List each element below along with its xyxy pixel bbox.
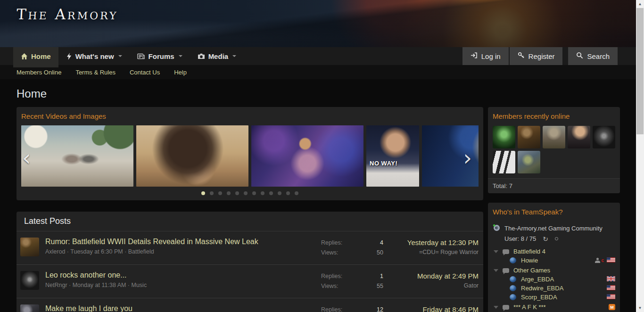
carousel-slide-4[interactable]: NO WAY! (366, 125, 419, 187)
channel-name: *** A F K *** (513, 304, 546, 311)
chevron-down-icon (118, 55, 122, 57)
scrollbar-thumb[interactable] (636, 8, 644, 134)
post-last-user: Gator (383, 281, 479, 290)
tab-media[interactable]: Media (190, 47, 244, 65)
avatar[interactable] (593, 126, 615, 148)
search-button[interactable]: Search (568, 47, 618, 65)
status-circle-icon (555, 237, 558, 240)
channel-commander-letter: c (601, 258, 604, 263)
carousel-slide-3[interactable] (251, 125, 363, 187)
us-flag-icon (607, 285, 615, 292)
collapse-arrow-icon[interactable] (494, 269, 498, 272)
page-root: The Armory Home What's new Forums Media … (0, 0, 636, 312)
key-icon (518, 52, 525, 60)
register-button[interactable]: Register (510, 47, 563, 65)
tab-media-label: Media (208, 52, 229, 60)
collapse-arrow-icon[interactable] (494, 306, 498, 309)
login-icon (471, 52, 478, 60)
subnav-terms-rules[interactable]: Terms & Rules (75, 69, 116, 76)
carousel-next-arrow[interactable]: › (463, 148, 472, 167)
carousel-dot[interactable] (252, 191, 256, 195)
teamspeak-channel-row: *** A F K *** M (488, 303, 620, 312)
moderated-channel-icon: M (609, 304, 615, 310)
channel-bubble-icon (503, 268, 509, 273)
carousel-dot[interactable] (235, 191, 239, 195)
avatar[interactable] (568, 126, 590, 148)
replies-value: 12 (377, 305, 383, 312)
replies-label: Replies: (321, 271, 342, 281)
members-avatar-grid (488, 125, 620, 178)
teamspeak-user-row: Redwire_EBDA (488, 284, 620, 293)
carousel-dot[interactable] (210, 191, 214, 195)
teamspeak-panel: Who's in TeamSpeak? The-Armory.net Gamin… (488, 203, 620, 312)
carousel-dot[interactable] (278, 191, 281, 195)
post-stats: Replies:4 Views:50 (321, 238, 383, 258)
main-column: Recent Videos and Images NO WAY! ‹ › (17, 107, 483, 312)
collapse-arrow-icon[interactable] (494, 250, 498, 253)
channel-bubble-icon (503, 305, 509, 310)
post-title-link[interactable]: Make me laugh I dare you (45, 304, 321, 312)
carousel-dot[interactable] (218, 191, 222, 195)
views-label: Views: (321, 281, 339, 291)
teamspeak-title: Who's in TeamSpeak? (488, 203, 620, 221)
content-area: Home Recent Videos and Images NO WAY! (0, 79, 636, 312)
scrollbar[interactable]: ▲ ▼ (636, 0, 644, 312)
carousel-slide-2[interactable] (136, 125, 248, 187)
avatar[interactable] (20, 271, 39, 290)
members-online-title: Members recently online (488, 107, 620, 125)
members-total: Total: 7 (488, 178, 620, 193)
avatar[interactable] (493, 126, 515, 148)
teamspeak-user-count-row: User: 8 / 75 ↻ (488, 234, 620, 246)
carousel-dot[interactable] (244, 191, 248, 195)
avatar[interactable] (20, 304, 39, 312)
carousel-prev-arrow[interactable]: ‹ (22, 148, 31, 167)
carousel-dot[interactable] (269, 191, 273, 195)
subnav-members-online[interactable]: Members Online (17, 69, 61, 76)
tab-forums[interactable]: Forums (130, 47, 190, 65)
home-icon (21, 53, 28, 60)
carousel-dot[interactable] (261, 191, 264, 195)
avatar[interactable] (518, 126, 540, 148)
login-button-label: Log in (481, 52, 501, 60)
refresh-icon[interactable]: ↻ (543, 236, 548, 242)
lightning-icon (66, 53, 72, 60)
avatar[interactable] (493, 151, 515, 173)
post-stats: Replies:1 Views:55 (321, 271, 383, 291)
carousel-dot[interactable] (295, 191, 298, 195)
avatar[interactable] (518, 151, 540, 173)
tab-whats-new[interactable]: What's new (58, 47, 130, 65)
tab-home-label: Home (31, 52, 51, 60)
post-last-date[interactable]: Monday at 2:49 PM (383, 271, 479, 281)
avatar[interactable] (543, 126, 565, 148)
teamspeak-server-icon (493, 224, 500, 233)
carousel-dot[interactable] (227, 191, 231, 195)
teamspeak-user-row: Scorp_EBDA (488, 293, 620, 302)
tab-home[interactable]: Home (13, 47, 58, 65)
carousel-dot[interactable] (286, 191, 290, 195)
post-title-link[interactable]: Rumor: Battlefield WWII Details Revealed… (45, 238, 321, 246)
post-last-date[interactable]: Yesterday at 12:30 PM (383, 238, 479, 247)
tab-forums-label: Forums (149, 52, 174, 60)
subnav-help[interactable]: Help (174, 69, 187, 76)
carousel-track: NO WAY! (21, 125, 479, 187)
avatar[interactable] (20, 238, 39, 256)
subnav-contact-us[interactable]: Contact Us (130, 69, 160, 76)
online-status-icon (510, 285, 516, 291)
teamspeak-user-row: Howie c (488, 256, 620, 265)
post-title-link[interactable]: Leo rocks another one... (45, 271, 321, 279)
scrollbar-up-arrow[interactable]: ▲ (636, 0, 644, 8)
carousel-dot[interactable] (201, 191, 205, 195)
carousel-slide-1[interactable] (21, 125, 133, 187)
post-row: Make me laugh I dare you Rigormortis · A… (17, 298, 483, 312)
login-button[interactable]: Log in (462, 47, 509, 65)
scrollbar-down-arrow[interactable]: ▼ (636, 304, 644, 312)
teamspeak-username: Arge_EBDA (521, 276, 554, 283)
page-title: Home (17, 79, 620, 107)
search-button-label: Search (587, 52, 610, 60)
latest-posts-panel: Latest Posts Rumor: Battlefield WWII Det… (17, 212, 483, 312)
post-last-date[interactable]: Friday at 8:46 PM (383, 305, 479, 312)
teamspeak-channel-row: Other Games (488, 266, 620, 275)
post-meta: NetRngr · Monday at 11:38 AM · Music (45, 282, 321, 288)
search-icon (576, 52, 583, 60)
site-logo[interactable]: The Armory (16, 6, 119, 23)
